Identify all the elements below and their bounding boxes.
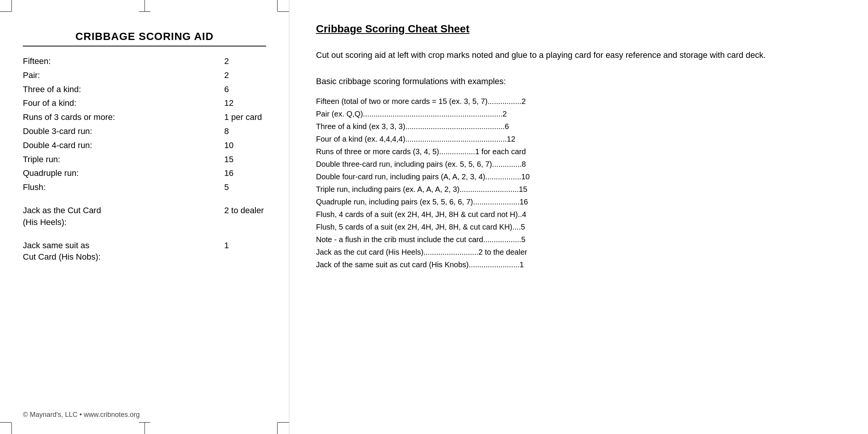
cheat-item-0: Fifteen (total of two or more cards = 15… xyxy=(316,95,841,108)
scoring-value-2: 6 xyxy=(217,84,266,96)
right-title: Cribbage Scoring Cheat Sheet xyxy=(316,23,841,35)
cheat-item-9: Flush, 4 cards of a suit (ex 2H, 4H, JH,… xyxy=(316,208,841,221)
crop-mark-br-h xyxy=(278,422,289,423)
scoring-label-9: Flush: xyxy=(23,182,217,193)
cheat-item-12: Jack as the cut card (His Heels)........… xyxy=(316,246,841,258)
jack-nobs-line1: Jack same suit as xyxy=(23,241,89,250)
right-subtitle: Basic cribbage scoring formulations with… xyxy=(316,75,841,88)
scoring-value-1: 2 xyxy=(217,70,266,81)
scoring-value-5: 8 xyxy=(217,126,266,137)
scoring-row-1: Pair:2 xyxy=(23,70,266,81)
scoring-row-9: Flush:5 xyxy=(23,182,266,193)
footer-text: © Maynard's, LLC • www.cribnotes.org xyxy=(23,411,266,419)
scoring-value-8: 16 xyxy=(217,168,266,179)
scoring-row-4: Runs of 3 cards or more:1 per card xyxy=(23,112,266,123)
scoring-label-3: Four of a kind: xyxy=(23,97,217,109)
crop-mark-bl-v xyxy=(11,423,12,434)
cheat-item-8: Quadruple run, including pairs (ex 5, 5,… xyxy=(316,196,841,208)
scoring-row-3: Four of a kind:12 xyxy=(23,97,266,109)
right-panel: Cribbage Scoring Cheat Sheet Cut out sco… xyxy=(289,0,868,434)
crop-mark-tc-v xyxy=(144,0,145,11)
crop-mark-tc-h xyxy=(139,11,150,12)
scoring-label-7: Triple run: xyxy=(23,154,217,166)
cheat-item-4: Runs of three or more cards (3, 4, 5)...… xyxy=(316,145,841,158)
cheat-item-3: Four of a kind (ex. 4,4,4,4)............… xyxy=(316,133,841,145)
scoring-row-7: Triple run:15 xyxy=(23,154,266,166)
scoring-table: Fifteen:2Pair:2Three of a kind:6Four of … xyxy=(23,56,266,403)
crop-mark-tr-v xyxy=(277,0,278,11)
scoring-value-7: 15 xyxy=(217,154,266,166)
jack-heels-label: Jack as the Cut Card (His Heels): xyxy=(23,205,217,228)
jack-nobs-label: Jack same suit as Cut Card (His Nobs): xyxy=(23,240,217,263)
scoring-label-0: Fifteen: xyxy=(23,56,217,67)
right-intro: Cut out scoring aid at left with crop ma… xyxy=(316,49,830,61)
scoring-row-8: Quadruple run:16 xyxy=(23,168,266,179)
scoring-label-1: Pair: xyxy=(23,70,217,81)
scoring-row-6: Double 4-card run:10 xyxy=(23,140,266,152)
jack-nobs-value: 1 xyxy=(217,240,266,252)
scoring-row-5: Double 3-card run:8 xyxy=(23,126,266,137)
section-gap-2 xyxy=(23,231,266,240)
jack-heels-value: 2 to dealer xyxy=(217,205,266,217)
scoring-value-3: 12 xyxy=(217,97,266,109)
crop-mark-tl-v xyxy=(11,0,12,11)
crop-mark-br-v xyxy=(277,423,278,434)
cheat-item-6: Double four-card run, including pairs (A… xyxy=(316,171,841,183)
title-underline xyxy=(23,46,266,46)
jack-heels-row: Jack as the Cut Card (His Heels): 2 to d… xyxy=(23,205,266,228)
cheat-item-5: Double three-card run, including pairs (… xyxy=(316,158,841,171)
scoring-label-5: Double 3-card run: xyxy=(23,126,217,137)
scoring-value-4: 1 per card xyxy=(217,112,266,123)
scoring-value-0: 2 xyxy=(217,56,266,67)
jack-nobs-row: Jack same suit as Cut Card (His Nobs): 1 xyxy=(23,240,266,263)
left-panel: CRIBBAGE SCORING AID Fifteen:2Pair:2Thre… xyxy=(0,0,289,434)
scoring-value-6: 10 xyxy=(217,140,266,152)
cheat-item-7: Triple run, including pairs (ex. A, A, A… xyxy=(316,183,841,196)
section-gap-1 xyxy=(23,196,266,205)
cheat-item-13: Jack of the same suit as cut card (His K… xyxy=(316,258,841,271)
cheat-item-10: Flush, 5 cards of a suit (ex 2H, 4H, JH,… xyxy=(316,221,841,233)
scoring-row-2: Three of a kind:6 xyxy=(23,84,266,96)
jack-nobs-line2: Cut Card (His Nobs): xyxy=(23,252,101,262)
scoring-value-9: 5 xyxy=(217,182,266,193)
cheat-list: Fifteen (total of two or more cards = 15… xyxy=(316,95,841,271)
cheat-item-11: Note - a flush in the crib must include … xyxy=(316,233,841,246)
crop-mark-bl-h xyxy=(0,422,11,423)
cheat-item-2: Three of a kind (ex 3, 3, 3)............… xyxy=(316,120,841,133)
left-title: CRIBBAGE SCORING AID xyxy=(23,30,266,43)
jack-heels-line2: (His Heels): xyxy=(23,217,67,227)
crop-mark-bc-v xyxy=(144,423,145,434)
scoring-label-2: Three of a kind: xyxy=(23,84,217,96)
scoring-label-8: Quadruple run: xyxy=(23,168,217,179)
cheat-item-1: Pair (ex. Q,Q)..........................… xyxy=(316,108,841,120)
jack-heels-line1: Jack as the Cut Card xyxy=(23,206,101,215)
crop-mark-tl-h xyxy=(0,11,11,12)
scoring-label-6: Double 4-card run: xyxy=(23,140,217,152)
scoring-row-0: Fifteen:2 xyxy=(23,56,266,67)
scoring-label-4: Runs of 3 cards or more: xyxy=(23,112,217,123)
crop-mark-tr-h xyxy=(278,11,289,12)
